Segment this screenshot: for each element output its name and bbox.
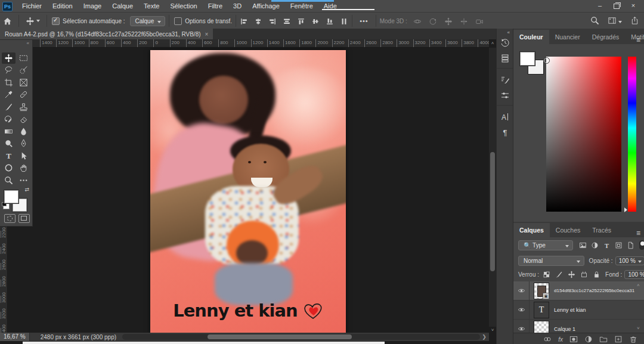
- align-button-align-top[interactable]: [297, 16, 305, 26]
- menu-3d[interactable]: 3D: [228, 0, 247, 12]
- layer-visibility-toggle[interactable]: [513, 320, 530, 333]
- close-tab-icon[interactable]: ×: [205, 31, 209, 38]
- lock-transparent-button[interactable]: [543, 269, 550, 280]
- hue-slider[interactable]: [628, 57, 636, 212]
- horizontal-scrollbar-thumb[interactable]: [208, 334, 352, 339]
- screen-mode-button[interactable]: [18, 214, 30, 223]
- layer-row[interactable]: TLenny et kian: [513, 300, 644, 320]
- align-button-distribute-v[interactable]: [340, 16, 348, 26]
- fill-dropdown[interactable]: 100 %: [624, 270, 644, 279]
- tools-panel-header[interactable]: «: [0, 40, 32, 48]
- close-button[interactable]: ×: [625, 0, 642, 12]
- eyedropper-tool[interactable]: [2, 89, 16, 100]
- frame-tool[interactable]: [17, 77, 30, 88]
- vertical-scrollbar-thumb[interactable]: [490, 152, 495, 271]
- transform-controls-checkbox[interactable]: [174, 17, 182, 25]
- color-tab-nuancier[interactable]: Nuancier: [549, 30, 586, 44]
- layer-filter-dropdown[interactable]: 🔍 Type: [518, 240, 573, 250]
- color-field[interactable]: [546, 57, 621, 212]
- align-button-align-middle-v[interactable]: [311, 16, 320, 26]
- lasso-tool[interactable]: [2, 64, 16, 76]
- dodge-tool[interactable]: [2, 138, 16, 149]
- delete-layer-button[interactable]: [629, 333, 637, 344]
- layers-tab-couches[interactable]: Couches: [550, 223, 586, 237]
- canvas[interactable]: Lenny et kian: [150, 50, 346, 334]
- document-tab[interactable]: Rouan A4-2.psd @ 16,7% (d154df83cc1c27a2…: [0, 29, 213, 39]
- color-tab-dégradés[interactable]: Dégradés: [586, 30, 626, 44]
- filter-adjust-button[interactable]: [591, 240, 599, 250]
- menu-filtre[interactable]: Filtre: [203, 0, 228, 12]
- brush-tool[interactable]: [2, 101, 16, 113]
- hand-tool[interactable]: [17, 162, 30, 173]
- adjustment-layer-button[interactable]: [584, 333, 593, 344]
- scroll-down-arrow[interactable]: ˅: [489, 327, 496, 334]
- menu-texte[interactable]: Texte: [138, 0, 165, 12]
- crop-tool[interactable]: [2, 77, 16, 88]
- collapse-icon[interactable]: «: [27, 41, 30, 46]
- history-panel-button[interactable]: [497, 35, 513, 51]
- clone-source-panel-button[interactable]: [497, 88, 513, 103]
- search-button[interactable]: [590, 15, 599, 26]
- lock-position-button[interactable]: [568, 269, 575, 280]
- marquee-tool[interactable]: [17, 52, 30, 64]
- share-button[interactable]: [630, 15, 639, 26]
- scroll-right-arrow[interactable]: ❯: [481, 333, 488, 340]
- layer-visibility-toggle[interactable]: [513, 300, 530, 319]
- layer-group-button[interactable]: [599, 333, 608, 344]
- blend-mode-dropdown[interactable]: Normal: [518, 256, 584, 266]
- layers-tab-tracés[interactable]: Tracés: [586, 223, 617, 237]
- layers-tab-calques[interactable]: Calques: [513, 223, 550, 237]
- lock-artboard-button[interactable]: [580, 269, 588, 280]
- quick-select-tool[interactable]: [17, 64, 30, 76]
- menu-fenêtre[interactable]: Fenêtre: [285, 0, 318, 12]
- brush-settings-panel-button[interactable]: [497, 72, 513, 88]
- filter-toggle-switch[interactable]: [639, 240, 644, 250]
- menu-sélection[interactable]: Sélection: [165, 0, 202, 12]
- move-tool[interactable]: [2, 52, 16, 64]
- scroll-up-arrow[interactable]: ˄: [489, 40, 496, 47]
- menu-edition[interactable]: Edition: [47, 0, 78, 12]
- filter-type-button[interactable]: [603, 240, 611, 250]
- zoom-level-field[interactable]: 16,67 %: [0, 333, 30, 341]
- gradient-tool[interactable]: [2, 126, 16, 137]
- eraser-tool[interactable]: [17, 113, 30, 125]
- type-tool[interactable]: [2, 150, 16, 162]
- history-brush-tool[interactable]: [2, 113, 16, 125]
- color-tab-motifs[interactable]: Motifs: [625, 30, 644, 44]
- heal-tool[interactable]: [17, 89, 30, 100]
- align-button-align-center-h[interactable]: [254, 16, 262, 26]
- link-layers-button[interactable]: [543, 333, 552, 344]
- more-align-options-button[interactable]: •••: [356, 17, 372, 24]
- restore-button[interactable]: [608, 0, 625, 12]
- menu-image[interactable]: Image: [78, 0, 107, 12]
- layer-thumbnail[interactable]: ▣: [534, 283, 549, 299]
- home-button[interactable]: [0, 17, 15, 26]
- foreground-color-swatch[interactable]: [4, 190, 18, 203]
- layers-scroll-down-icon[interactable]: ˅: [637, 326, 640, 331]
- new-layer-button[interactable]: [614, 333, 623, 344]
- menu-fichier[interactable]: Fichier: [17, 0, 47, 12]
- shape-tool[interactable]: [2, 162, 16, 173]
- move-tool-preset[interactable]: [23, 17, 43, 26]
- layer-row[interactable]: ▣d154df83cc1c27a25222f65bc0ecca31: [513, 281, 644, 300]
- opacity-dropdown[interactable]: 100 %: [615, 256, 644, 265]
- layer-thumbnail[interactable]: T: [534, 302, 549, 318]
- stamp-tool[interactable]: [17, 101, 30, 113]
- quick-mask-button[interactable]: [4, 214, 16, 223]
- path-select-tool[interactable]: [17, 150, 30, 162]
- expand-panels-icon[interactable]: «: [497, 29, 513, 35]
- filter-pixel-button[interactable]: [579, 240, 587, 250]
- auto-select-checkbox[interactable]: [52, 17, 60, 25]
- layer-mask-button[interactable]: [569, 333, 578, 344]
- filter-smart-button[interactable]: [627, 240, 634, 250]
- blur-tool[interactable]: [17, 126, 30, 137]
- layer-thumbnail[interactable]: [534, 321, 549, 333]
- layer-visibility-toggle[interactable]: [513, 281, 530, 300]
- lock-all-button[interactable]: [593, 269, 600, 280]
- lock-pixels-button[interactable]: [555, 269, 563, 280]
- layers-scroll-up-icon[interactable]: ˄: [637, 283, 640, 288]
- filter-shape-button[interactable]: [615, 240, 623, 250]
- menu-affichage[interactable]: Affichage: [247, 0, 285, 12]
- align-button-align-right[interactable]: [268, 16, 277, 26]
- more-tool[interactable]: [17, 175, 30, 186]
